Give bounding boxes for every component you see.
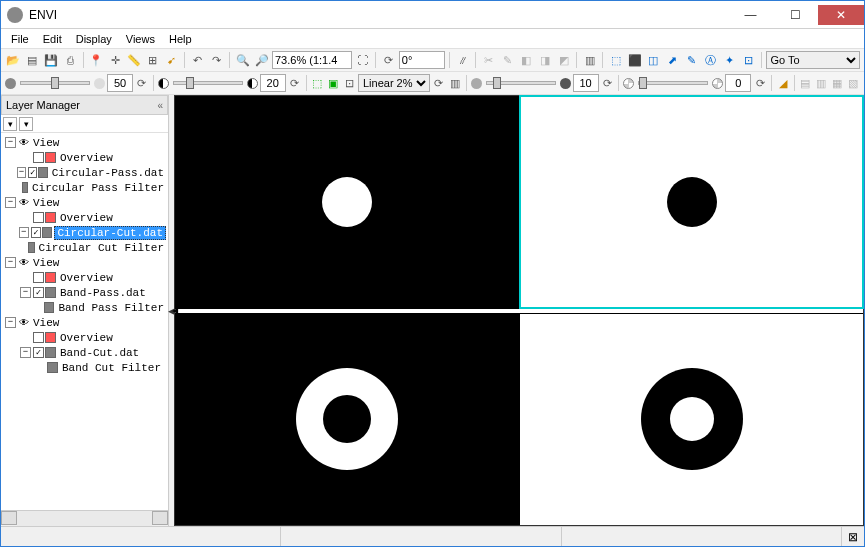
goto-select[interactable]: Go To — [766, 51, 860, 69]
expander-icon[interactable]: − — [19, 227, 29, 238]
panel-minimize-icon[interactable]: « — [157, 100, 163, 111]
expander-icon[interactable]: − — [17, 167, 26, 178]
align-right-icon[interactable]: ▦ — [830, 74, 844, 92]
viewport-3[interactable] — [175, 314, 518, 526]
close-button[interactable]: ✕ — [818, 5, 864, 25]
checkbox[interactable] — [33, 212, 44, 223]
brightness-reset-icon[interactable]: ⟳ — [135, 74, 149, 92]
viewport-1[interactable] — [175, 96, 518, 308]
checkbox[interactable] — [31, 227, 41, 238]
brightness-input[interactable] — [107, 74, 133, 92]
pan-icon[interactable]: ◫ — [645, 51, 662, 69]
expander-icon[interactable]: − — [5, 257, 16, 268]
tree-layer-node[interactable]: −Circular-Cut.dat — [3, 225, 166, 240]
maximize-button[interactable]: ☐ — [773, 5, 818, 25]
tree-layer-node[interactable]: −Band-Cut.dat — [3, 345, 166, 360]
checkbox[interactable] — [33, 272, 44, 283]
contrast-slider[interactable] — [158, 78, 258, 89]
tool-d-icon[interactable]: ◨ — [536, 51, 553, 69]
viewport-2[interactable] — [520, 96, 863, 308]
menu-views[interactable]: Views — [120, 31, 161, 47]
sidebar-scrollbar[interactable] — [1, 510, 168, 526]
portal-icon[interactable]: ◢ — [776, 74, 790, 92]
tree-layer-node[interactable]: Overview — [3, 270, 166, 285]
tree-layer-node[interactable]: −Circular-Pass.dat — [3, 165, 166, 180]
histogram2-icon[interactable]: ▥ — [448, 74, 462, 92]
vector-icon[interactable]: ✎ — [683, 51, 700, 69]
checkbox[interactable] — [33, 347, 44, 358]
zoom-out-icon[interactable]: 🔍 — [234, 51, 251, 69]
checkbox[interactable] — [33, 332, 44, 343]
tree-layer-node[interactable]: Overview — [3, 150, 166, 165]
mensuration-icon[interactable]: ⊡ — [740, 51, 757, 69]
tree-expand-icon[interactable]: ▾ — [19, 117, 33, 131]
transparency-slider[interactable] — [623, 78, 723, 89]
undo-icon[interactable]: ↶ — [189, 51, 206, 69]
tree-view-node[interactable]: −👁View — [3, 255, 166, 270]
tree-layer-node[interactable]: Circular Pass Filter — [3, 180, 166, 195]
zoom-in-icon[interactable]: 🔎 — [253, 51, 270, 69]
arrow-icon[interactable]: ➹ — [163, 51, 180, 69]
profile-icon[interactable]: ⫽ — [454, 51, 471, 69]
tree-view-node[interactable]: −👁View — [3, 195, 166, 210]
sharpen-slider[interactable] — [471, 78, 571, 89]
expander-icon[interactable]: − — [5, 317, 16, 328]
open-icon[interactable]: 📂 — [5, 51, 22, 69]
fly-icon[interactable]: ⬈ — [664, 51, 681, 69]
checkbox[interactable] — [28, 167, 37, 178]
status-close-icon[interactable]: ⊠ — [842, 530, 864, 544]
feature-icon[interactable]: ✦ — [721, 51, 738, 69]
contrast-input[interactable] — [260, 74, 286, 92]
tree-layer-node[interactable]: Circular Cut Filter — [3, 240, 166, 255]
expander-icon[interactable]: − — [20, 347, 31, 358]
cursor-icon[interactable]: ✛ — [107, 51, 124, 69]
tree-layer-node[interactable]: Overview — [3, 210, 166, 225]
tree-view-node[interactable]: −👁View — [3, 135, 166, 150]
tree-layer-node[interactable]: Band Cut Filter — [3, 360, 166, 375]
tool-c-icon[interactable]: ◧ — [518, 51, 535, 69]
sharpen-input[interactable] — [573, 74, 599, 92]
tool-a-icon[interactable]: ✂ — [480, 51, 497, 69]
select-icon[interactable]: ⬛ — [626, 51, 643, 69]
sharpen-reset-icon[interactable]: ⟳ — [601, 74, 615, 92]
pin-icon[interactable]: 📍 — [88, 51, 105, 69]
contrast-reset-icon[interactable]: ⟳ — [288, 74, 302, 92]
brightness-slider[interactable] — [5, 78, 105, 89]
expander-icon[interactable]: − — [5, 197, 16, 208]
tree-layer-node[interactable]: −Band-Pass.dat — [3, 285, 166, 300]
stretch-view-icon[interactable]: ▣ — [326, 74, 340, 92]
transparency-reset-icon[interactable]: ⟳ — [753, 74, 767, 92]
layers-icon[interactable]: ▤ — [24, 51, 41, 69]
stretch-select[interactable]: Linear 2% — [358, 74, 430, 92]
print-icon[interactable]: ⎙ — [62, 51, 79, 69]
menu-edit[interactable]: Edit — [37, 31, 68, 47]
layer-tree[interactable]: −👁ViewOverview−Circular-Pass.datCircular… — [1, 133, 168, 510]
align-center-icon[interactable]: ▥ — [814, 74, 828, 92]
checkbox[interactable] — [33, 152, 44, 163]
tool-e-icon[interactable]: ◩ — [555, 51, 572, 69]
zoom-fit-icon[interactable]: ⛶ — [354, 51, 371, 69]
save-icon[interactable]: 💾 — [43, 51, 60, 69]
expander-icon[interactable]: − — [20, 287, 31, 298]
stretch-reset-icon[interactable]: ⟳ — [432, 74, 446, 92]
align-left-icon[interactable]: ▤ — [799, 74, 813, 92]
minimize-button[interactable]: — — [728, 5, 773, 25]
zoom-input[interactable] — [272, 51, 352, 69]
tree-collapse-icon[interactable]: ▾ — [3, 117, 17, 131]
transparency-input[interactable] — [725, 74, 751, 92]
align-just-icon[interactable]: ▧ — [846, 74, 860, 92]
redo-icon[interactable]: ↷ — [208, 51, 225, 69]
annot-icon[interactable]: Ⓐ — [702, 51, 719, 69]
tree-layer-node[interactable]: Band Pass Filter — [3, 300, 166, 315]
tree-layer-node[interactable]: Overview — [3, 330, 166, 345]
roi-tool-icon[interactable]: ⬚ — [607, 51, 624, 69]
grid-icon[interactable]: ⊞ — [145, 51, 162, 69]
rotate-icon[interactable]: ⟳ — [380, 51, 397, 69]
tree-view-node[interactable]: −👁View — [3, 315, 166, 330]
histogram-icon[interactable]: ▥ — [581, 51, 598, 69]
viewport-4[interactable] — [520, 314, 863, 526]
menu-file[interactable]: File — [5, 31, 35, 47]
stretch-full-icon[interactable]: ⊡ — [342, 74, 356, 92]
rotation-input[interactable] — [399, 51, 445, 69]
scale-icon[interactable]: 📏 — [126, 51, 143, 69]
